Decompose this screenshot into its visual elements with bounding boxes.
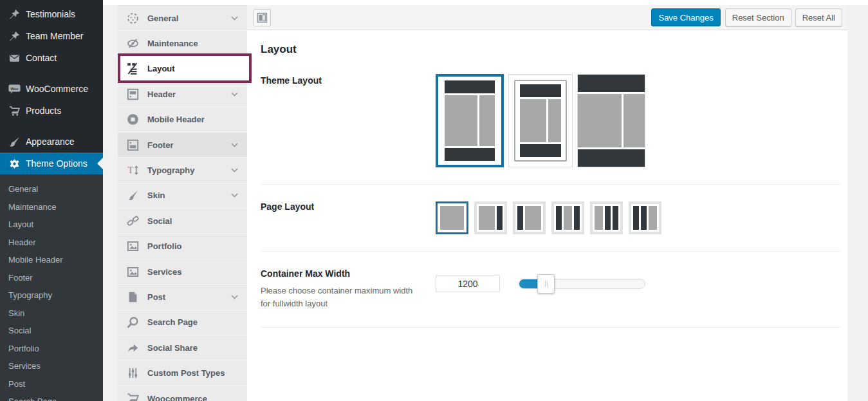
tab-label: Maintenance [147, 39, 198, 48]
chevron-down-icon [230, 90, 239, 98]
tab-label: Header [147, 89, 176, 99]
skin-brush-icon [126, 189, 139, 202]
thumb-header-bar [578, 75, 645, 92]
brush-icon [8, 135, 21, 148]
sidebar-item-appearance[interactable]: Appearance [0, 131, 103, 153]
tab-mobile-header[interactable]: Mobile Header [118, 107, 247, 133]
tab-maintenance[interactable]: Maintenance [118, 31, 247, 56]
dashboard-icon [126, 12, 139, 24]
sidebar-item-products[interactable]: Products [0, 100, 103, 122]
page-layout-option-fullwidth[interactable] [436, 201, 468, 234]
tab-social-share[interactable]: Social Share [118, 335, 247, 360]
container-max-width-label: Container Max Width [261, 268, 436, 279]
pin-icon [8, 8, 21, 21]
thumb-content-area [445, 95, 477, 146]
tab-services[interactable]: Services [118, 259, 247, 284]
sidebar-item-contact[interactable]: Contact [0, 47, 103, 69]
search-icon [126, 316, 139, 329]
hidden-eye-icon [126, 37, 139, 50]
image-icon [126, 240, 139, 253]
submenu-item-post[interactable]: Post [0, 375, 103, 393]
tab-label: Social Share [147, 343, 198, 353]
page-layout-option-right-sidebar[interactable] [474, 201, 507, 234]
content-toolbar: Save Changes Reset Section Reset All [247, 5, 847, 30]
theme-layout-option-wide[interactable] [436, 74, 504, 167]
sidebar-item-team-member[interactable]: Team Member [0, 25, 103, 47]
tab-layout[interactable]: Layout [118, 57, 247, 82]
tab-label: Post [147, 292, 165, 302]
container-max-width-input[interactable] [436, 275, 500, 292]
submenu-item-social[interactable]: Social [0, 322, 103, 340]
sidebar-item-testimonials[interactable]: Testimonials [0, 3, 103, 25]
tab-skin[interactable]: Skin [118, 183, 247, 209]
tab-label: Portfolio [147, 241, 181, 251]
tab-label: Services [147, 267, 182, 277]
submenu-item-mobile-header[interactable]: Mobile Header [0, 251, 103, 269]
svg-text:T: T [127, 165, 133, 175]
chevron-down-icon [230, 14, 239, 23]
submenu-item-search-page[interactable]: Search Page [0, 393, 103, 401]
sidebar-item-label: Appearance [26, 136, 75, 147]
chevron-down-icon [230, 166, 239, 174]
typography-icon: T [126, 164, 139, 177]
tab-general[interactable]: General [118, 6, 247, 31]
tab-custom-post-types[interactable]: Custom Post Types [118, 360, 247, 386]
reset-all-button[interactable]: Reset All [795, 8, 842, 26]
thumb-header-bar [520, 84, 561, 97]
link-icon [126, 214, 139, 227]
tab-label: Woocommerce [147, 394, 207, 401]
container-max-width-description: Please choose container maximum width fo… [261, 284, 421, 310]
sidebar-item-theme-options[interactable]: Theme Options [0, 153, 103, 174]
submenu-item-maintenance[interactable]: Maintenance [0, 198, 103, 216]
tab-header[interactable]: Header [118, 82, 247, 107]
save-changes-button[interactable]: Save Changes [651, 8, 720, 26]
submenu-item-layout[interactable]: Layout [0, 216, 103, 234]
submenu-item-skin[interactable]: Skin [0, 304, 103, 322]
tab-footer[interactable]: Footer [118, 133, 247, 158]
tab-portfolio[interactable]: Portfolio [118, 234, 247, 259]
slider-handle[interactable] [537, 274, 555, 294]
tab-social[interactable]: Social [118, 209, 247, 234]
thumb-content-area [578, 94, 622, 147]
submenu-item-typography[interactable]: Typography [0, 286, 103, 304]
container-max-width-slider[interactable] [519, 279, 645, 289]
sidebar-item-label: Team Member [26, 31, 83, 41]
tab-woocommerce[interactable]: Woocommerce [118, 386, 247, 401]
theme-layout-option-boxed[interactable] [508, 74, 573, 167]
submenu-item-portfolio[interactable]: Portfolio [0, 340, 103, 358]
screen: Testimonials Team Member Contact Woo Woo… [0, 0, 868, 401]
cart-icon [126, 392, 139, 401]
chevron-down-icon [230, 141, 239, 149]
gear-icon [8, 157, 21, 170]
reset-section-button[interactable]: Reset Section [725, 8, 791, 26]
page-layout-option-both-sidebars[interactable] [551, 201, 584, 234]
panel-layout-icon [257, 12, 268, 23]
page-layout-option-left-sidebar[interactable] [513, 201, 546, 234]
svg-text:Woo: Woo [10, 86, 19, 90]
panel-toggle-button[interactable] [254, 9, 271, 26]
mobile-header-icon [126, 113, 139, 126]
thumb-header-bar [445, 80, 495, 93]
page-title: Layout [261, 43, 841, 56]
theme-layout-section: Theme Layout [261, 74, 841, 185]
theme-options-submenu: General Maintenance Layout Header Mobile… [0, 174, 103, 401]
page-layout-options [436, 201, 841, 234]
page-layout-option-double-left-sidebar[interactable] [629, 201, 661, 234]
submenu-item-header[interactable]: Header [0, 234, 103, 252]
sidebar-item-label: WooCommerce [26, 84, 88, 94]
submenu-item-footer[interactable]: Footer [0, 269, 103, 287]
page-layout-option-double-right-sidebar[interactable] [590, 201, 623, 234]
admin-sidebar: Testimonials Team Member Contact Woo Woo… [0, 0, 103, 401]
envelope-icon [8, 51, 21, 64]
submenu-item-services[interactable]: Services [0, 357, 103, 375]
tab-typography[interactable]: T Typography [118, 158, 247, 183]
container-max-width-section: Container Max Width Please choose contai… [261, 267, 841, 328]
submenu-item-general[interactable]: General [0, 180, 103, 198]
theme-layout-option-fullwidth[interactable] [577, 74, 645, 167]
tab-post[interactable]: Post [118, 284, 247, 310]
tab-search-page[interactable]: Search Page [118, 310, 247, 335]
tab-label: Social [147, 216, 172, 226]
sidebar-item-woocommerce[interactable]: Woo WooCommerce [0, 78, 103, 100]
page-layout-section: Page Layout [261, 200, 841, 252]
thumb-sidebar-area [548, 99, 561, 142]
